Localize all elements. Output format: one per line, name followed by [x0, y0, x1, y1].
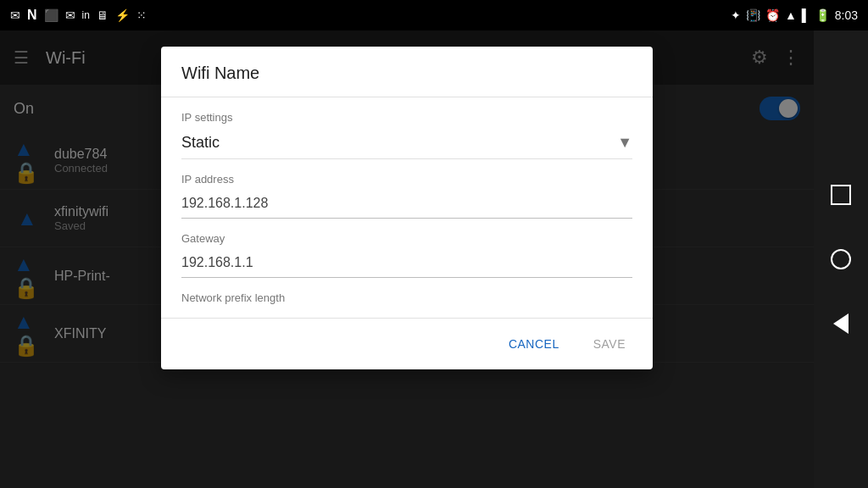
- dropdown-value: Static: [181, 134, 220, 152]
- gateway-field-wrap: Gateway: [181, 232, 632, 278]
- wifi-status-icon: ▲: [785, 8, 797, 22]
- back-icon: [833, 313, 849, 334]
- ip-address-input[interactable]: [181, 189, 632, 219]
- ip-settings-label: IP settings: [181, 111, 632, 124]
- status-bar: ✉ N ⬛ ✉ in 🖥 ⚡ ⁙ ✦ 📳 ⏰ ▲ ▌ 🔋 8:03: [0, 0, 868, 30]
- dots-icon: ⁙: [136, 8, 147, 22]
- dropdown-arrow-icon: ▼: [617, 134, 632, 152]
- bluetooth-icon: ✦: [731, 8, 741, 22]
- ip-address-label: IP address: [181, 173, 632, 186]
- dialog-content: IP settings Static ▼ IP address Gateway …: [161, 97, 653, 318]
- side-nav-panel: [814, 30, 868, 488]
- basecamp-icon: ⬛: [44, 8, 58, 22]
- dialog-title: Wifi Name: [161, 47, 653, 97]
- signal-icon: ▌: [802, 8, 810, 22]
- ip-settings-dropdown[interactable]: Static ▼: [181, 127, 632, 159]
- battery-icon: 🔋: [815, 8, 830, 22]
- home-button[interactable]: [826, 244, 856, 274]
- netflix-icon: N: [27, 8, 37, 23]
- bolt-icon: ⚡: [115, 8, 130, 22]
- dialog-actions: CANCEL SAVE: [161, 318, 653, 369]
- network-prefix-label: Network prefix length: [181, 291, 632, 304]
- gmail-icon: ✉: [10, 8, 20, 22]
- alarm-icon: ⏰: [765, 8, 780, 22]
- linkedin-icon: in: [82, 9, 90, 21]
- recent-apps-button[interactable]: [826, 180, 856, 210]
- home-icon: [831, 249, 851, 269]
- wifi-settings-dialog: Wifi Name IP settings Static ▼ IP addres…: [161, 47, 653, 369]
- save-button[interactable]: SAVE: [580, 329, 639, 359]
- status-bar-right: ✦ 📳 ⏰ ▲ ▌ 🔋 8:03: [731, 8, 858, 22]
- email-icon: ✉: [65, 8, 75, 22]
- back-button[interactable]: [826, 308, 856, 339]
- cancel-button[interactable]: CANCEL: [495, 329, 573, 359]
- time-display: 8:03: [835, 8, 858, 22]
- recent-apps-icon: [831, 185, 851, 205]
- gateway-label: Gateway: [181, 232, 632, 245]
- ip-address-field-wrap: IP address: [181, 173, 632, 219]
- monitor-icon: 🖥: [97, 8, 108, 22]
- vibrate-icon: 📳: [746, 8, 760, 22]
- status-bar-left: ✉ N ⬛ ✉ in 🖥 ⚡ ⁙: [10, 8, 147, 23]
- gateway-input[interactable]: [181, 248, 632, 278]
